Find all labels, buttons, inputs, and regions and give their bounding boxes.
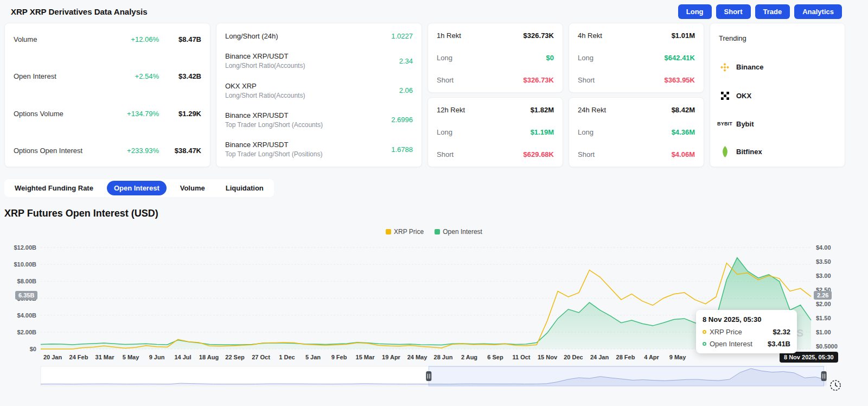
tab-volume[interactable]: Volume [173, 181, 212, 195]
chart-area[interactable]: $12.00B$10.00B$8.00B$6.00B$4.00B$2.00B$0… [0, 238, 868, 401]
ratio-label: Binance XRP/USDT [225, 141, 322, 149]
topbar: XRP XRP Derivatives Data Analysis Long S… [0, 0, 868, 21]
ratio-label: Long/Short (24h) [225, 32, 278, 40]
trending-item-label: Bitfinex [736, 148, 762, 156]
x-axis-tick-label: 28 Feb [616, 354, 635, 360]
ratio-labels: Binance XRP/USDT Long/Short Ratio(Accoun… [225, 52, 305, 69]
tab-liquidation[interactable]: Liquidation [219, 181, 271, 195]
ratio-sublabel: Top Trader Long/Short (Accounts) [225, 121, 323, 129]
rekt-column-2: 4h Rekt $1.01M Long $642.41K Short $363.… [569, 23, 704, 167]
stat-label: Volume [14, 35, 107, 43]
left-axis-tick-label: $0 [30, 346, 36, 352]
tooltip-label: Open Interest [710, 340, 760, 348]
rekt-header-row: 1h Rekt $326.73K [437, 31, 554, 40]
right-axis-tick-label: $2.00 [816, 301, 831, 307]
x-axis-tick-label: 1 Dec [279, 354, 295, 360]
ratio-value: 2.34 [399, 57, 413, 65]
x-axis-tick-label: 15 Nov [538, 354, 558, 360]
x-axis-tick-label: 18 Aug [199, 354, 219, 360]
x-axis-tick-label: 24 Feb [69, 354, 88, 360]
short-button[interactable]: Short [716, 4, 751, 19]
long-button[interactable]: Long [678, 4, 712, 19]
chart-title: XRP Futures Open Interest (USD) [4, 208, 868, 219]
stat-label: Open Interest [14, 72, 107, 80]
rekt-long-value: $1.19M [531, 128, 554, 136]
legend-item-open-interest[interactable]: Open Interest [435, 228, 482, 236]
open-interest-area [41, 258, 811, 349]
right-axis-tick-label: $0.5000 [816, 343, 838, 350]
trending-item-bitfinex[interactable]: Bitfinex [719, 148, 836, 156]
trending-item-label: OKX [736, 92, 751, 100]
rekt-short-label: Short [578, 150, 595, 158]
right-axis-tick-label: $1.00 [816, 329, 831, 335]
analytics-button[interactable]: Analytics [794, 4, 842, 19]
price-dot-icon [703, 330, 706, 334]
ratio-sublabel: Long/Short Ratio(Accounts) [225, 62, 305, 69]
trending-item-okx[interactable]: OKX [719, 92, 836, 100]
rekt-card-1h: 1h Rekt $326.73K Long $0 Short $326.73K [427, 23, 563, 93]
ratio-row: Long/Short (24h) 1.0227 [225, 32, 413, 40]
x-axis-tick-label: 4 Apr [644, 354, 659, 360]
left-axis-tick-label: $10.00B [14, 261, 36, 268]
stat-row-open-interest: Open Interest +2.54% $3.42B [14, 72, 201, 80]
time-settings-icon[interactable] [829, 379, 842, 392]
trade-button[interactable]: Trade [755, 4, 790, 19]
ratio-row: Binance XRP/USDT Long/Short Ratio(Accoun… [225, 52, 413, 69]
ratio-labels: Long/Short (24h) [225, 32, 278, 40]
stat-change: +134.79% [107, 110, 159, 118]
ratio-value: 2.06 [399, 86, 413, 94]
open-interest-dot-icon [703, 342, 706, 346]
rekt-title: 4h Rekt [578, 31, 602, 40]
tab-weighted-funding-rate[interactable]: Weighted Funding Rate [8, 181, 100, 195]
x-axis-tick-label: 5 Jan [305, 354, 321, 360]
trending-item-label: Binance [736, 63, 764, 71]
trending-item-bybit[interactable]: BYBIT Bybit [719, 120, 836, 128]
rekt-long-label: Long [578, 54, 593, 62]
ratio-label: Binance XRP/USDT [225, 52, 305, 60]
x-axis-tick-label: 31 Mar [95, 354, 115, 360]
rekt-long-row: Long $0 [437, 54, 554, 62]
bybit-icon: BYBIT [719, 121, 731, 126]
chart-tooltip: 8 Nov 2025, 05:30 XRP Price $2.32 Open I… [696, 310, 797, 353]
stat-value: $8.47B [159, 35, 201, 43]
rekt-long-value: $0 [546, 54, 554, 62]
ratio-labels: Binance XRP/USDT Top Trader Long/Short (… [225, 111, 323, 129]
summary-cards: Volume +12.06% $8.47B Open Interest +2.5… [0, 23, 868, 167]
trending-item-binance[interactable]: Binance [719, 62, 836, 72]
stat-label: Options Open Interest [14, 147, 107, 155]
datazoom-selection[interactable] [429, 366, 824, 386]
legend-item-xrp-price[interactable]: XRP Price [386, 228, 424, 236]
rekt-short-row: Short $363.95K [578, 76, 695, 84]
trending-card: Trending Binance [710, 23, 845, 167]
tooltip-date: 8 Nov 2025, 05:30 [703, 315, 790, 323]
legend-label: Open Interest [443, 228, 482, 236]
bitfinex-icon [719, 148, 731, 156]
rekt-short-value: $363.95K [665, 76, 695, 84]
rekt-short-label: Short [578, 76, 595, 84]
ratio-labels: OKX XRP Long/Short Ratio(Accounts) [225, 82, 305, 99]
rekt-header-row: 12h Rekt $1.82M [437, 106, 554, 114]
x-axis-tick-label: 20 Dec [564, 354, 583, 360]
stat-label: Options Volume [14, 110, 107, 118]
rekt-title: 12h Rekt [437, 106, 465, 114]
x-axis-tick-label: 22 Sep [225, 354, 245, 360]
topbar-actions: Long Short Trade Analytics [678, 4, 842, 19]
rekt-long-label: Long [437, 128, 452, 136]
datazoom-left-handle[interactable] [426, 371, 431, 381]
binance-icon [719, 62, 731, 72]
stat-row-options-volume: Options Volume +134.79% $1.29K [14, 110, 201, 118]
rekt-long-row: Long $642.41K [578, 54, 695, 62]
stat-row-options-open-interest: Options Open Interest +233.93% $38.47K [14, 147, 201, 155]
x-axis-tick-label: 6 Sep [487, 354, 503, 360]
right-axis-tick-label: $3.00 [816, 272, 831, 279]
datazoom-right-handle[interactable] [821, 371, 827, 381]
rekt-short-value: $629.68K [524, 150, 554, 158]
rekt-column-1: 1h Rekt $326.73K Long $0 Short $326.73K … [427, 23, 563, 167]
market-stats-card: Volume +12.06% $8.47B Open Interest +2.5… [4, 23, 210, 167]
rekt-total: $1.01M [672, 31, 695, 40]
x-axis-tick-label: 14 Jul [174, 354, 191, 360]
tab-open-interest[interactable]: Open Interest [107, 181, 167, 195]
rekt-total: $326.73K [524, 31, 554, 40]
price-swatch-icon [386, 229, 391, 234]
rekt-short-value: $326.73K [524, 76, 554, 84]
